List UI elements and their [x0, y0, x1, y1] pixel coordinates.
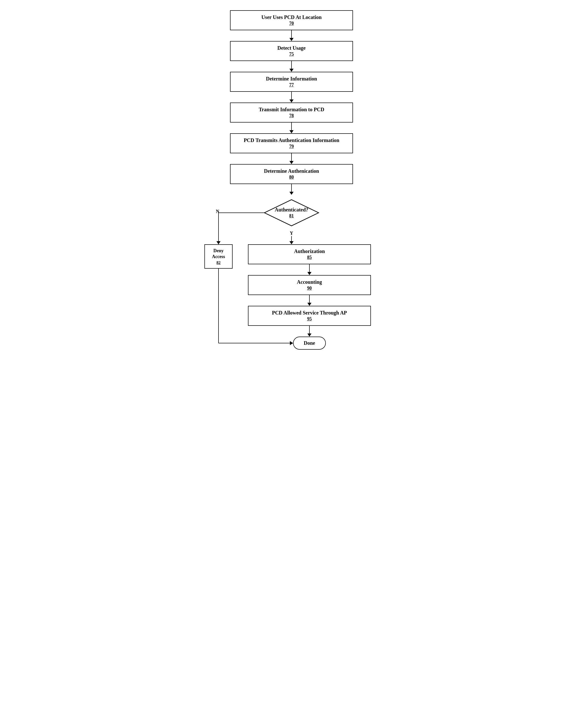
node-78-number: 78	[235, 113, 348, 119]
arrowhead-70-75	[289, 38, 294, 41]
node-75-number: 75	[235, 52, 348, 57]
arrow-75-77	[291, 61, 292, 69]
arrow-80-81	[291, 184, 292, 192]
arrow-77-78	[291, 92, 292, 100]
arrow-70-75	[291, 30, 292, 38]
diamond-81-label: Authenticated?	[275, 207, 308, 213]
node-80: Determine Authenication 80	[230, 164, 353, 184]
y-arrowhead	[289, 241, 294, 244]
flowchart: User Uses PCD At Location 70 Detect Usag…	[202, 10, 381, 349]
node-82: DenyAccess 82	[204, 244, 232, 269]
node-79-number: 79	[235, 144, 348, 149]
arrowhead-77-78	[289, 100, 294, 103]
node-85: Authorization 85	[248, 244, 371, 264]
diamond-81-text: Authenticated? 81	[275, 207, 308, 219]
node-70: User Uses PCD At Location 70	[230, 10, 353, 30]
done-label: Done	[304, 340, 315, 346]
y-label: Y	[290, 231, 293, 236]
arrow-95-done	[309, 326, 310, 334]
arrowhead-78-79	[289, 130, 294, 133]
lower-section: DenyAccess 82 Authorization 85 Accountin…	[202, 244, 381, 349]
diamond-81-container: Authenticated? 81	[202, 195, 381, 231]
diamond-81: Authenticated? 81	[263, 199, 320, 227]
y-line	[291, 236, 292, 241]
node-75-label: Detect Usage	[235, 45, 348, 51]
node-82-label: DenyAccess	[207, 248, 229, 260]
arrowhead-85-90	[307, 272, 311, 275]
arrowhead-75-77	[289, 69, 294, 72]
node-80-label: Determine Authenication	[235, 168, 348, 174]
node-90: Accounting 90	[248, 275, 371, 295]
n-label: N	[216, 209, 219, 214]
arrow-79-80	[291, 153, 292, 161]
main-flow-right: Authorization 85 Accounting 90 PCD Allow…	[238, 244, 381, 349]
node-79-label: PCD Transmits Authentication Information	[235, 137, 348, 143]
arrowhead-90-95	[307, 303, 311, 306]
deny-side: DenyAccess 82	[202, 244, 235, 260]
diamond-branch-area: Authenticated? 81 Y N	[202, 195, 381, 244]
arrow-85-90	[309, 264, 310, 272]
arrow-78-79	[291, 123, 292, 130]
node-77-number: 77	[235, 82, 348, 88]
node-done: Done	[293, 337, 326, 349]
node-82-number: 82	[207, 260, 229, 265]
node-70-number: 70	[235, 21, 348, 26]
node-95: PCD Allowed Service Through AP 95	[248, 306, 371, 326]
node-77-label: Determine Information	[235, 76, 348, 82]
node-79: PCD Transmits Authentication Information…	[230, 133, 353, 153]
node-90-label: Accounting	[254, 279, 365, 285]
diagram-container: User Uses PCD At Location 70 Detect Usag…	[202, 10, 381, 349]
node-85-number: 85	[254, 255, 365, 260]
node-90-number: 90	[254, 286, 365, 291]
node-95-label: PCD Allowed Service Through AP	[254, 310, 365, 316]
y-branch: Y	[202, 231, 381, 244]
node-77: Determine Information 77	[230, 72, 353, 92]
arrowhead-80-81	[289, 192, 294, 195]
n-branch-area: N	[202, 209, 219, 215]
node-75: Detect Usage 75	[230, 41, 353, 61]
node-80-number: 80	[235, 175, 348, 180]
node-78: Transmit Information to PCD 78	[230, 103, 353, 123]
node-85-label: Authorization	[254, 249, 365, 254]
node-95-number: 95	[254, 316, 365, 322]
node-78-label: Transmit Information to PCD	[235, 107, 348, 112]
arrowhead-95-done	[307, 334, 311, 337]
arrow-90-95	[309, 295, 310, 303]
diamond-81-number: 81	[275, 213, 308, 219]
arrowhead-79-80	[289, 161, 294, 164]
node-70-label: User Uses PCD At Location	[235, 15, 348, 20]
